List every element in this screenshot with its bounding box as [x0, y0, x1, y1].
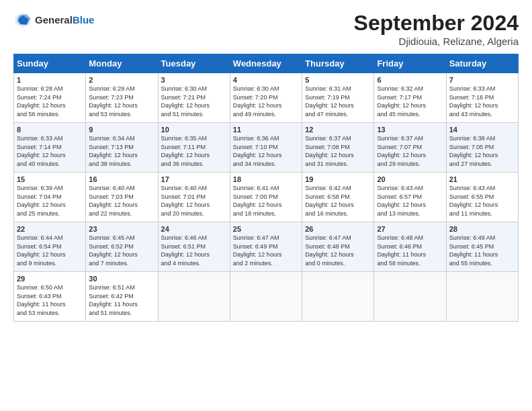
day-info: Sunrise: 6:35 AM Sunset: 7:11 PM Dayligh… [161, 134, 227, 168]
calendar-cell: 21Sunrise: 6:43 AM Sunset: 6:55 PM Dayli… [446, 173, 518, 222]
day-info: Sunrise: 6:38 AM Sunset: 7:05 PM Dayligh… [449, 134, 515, 168]
day-info: Sunrise: 6:47 AM Sunset: 6:49 PM Dayligh… [233, 234, 299, 267]
day-number: 7 [449, 76, 515, 84]
day-info: Sunrise: 6:37 AM Sunset: 7:08 PM Dayligh… [305, 134, 371, 168]
day-info: Sunrise: 6:33 AM Sunset: 7:14 PM Dayligh… [17, 134, 83, 168]
title-area: September 2024 Djidiouia, Relizane, Alge… [354, 11, 519, 47]
day-info: Sunrise: 6:44 AM Sunset: 6:54 PM Dayligh… [17, 234, 83, 267]
logo-text: GeneralBlue [35, 14, 94, 26]
day-number: 25 [233, 225, 299, 233]
day-header-thursday: Thursday [302, 54, 374, 73]
calendar-table: SundayMondayTuesdayWednesdayThursdayFrid… [13, 54, 519, 322]
day-number: 24 [161, 225, 227, 233]
calendar-week-5: 29Sunrise: 6:50 AM Sunset: 6:43 PM Dayli… [14, 272, 519, 322]
calendar-cell [374, 272, 446, 322]
day-number: 1 [17, 76, 83, 84]
day-info: Sunrise: 6:51 AM Sunset: 6:42 PM Dayligh… [89, 283, 154, 317]
day-info: Sunrise: 6:32 AM Sunset: 7:17 PM Dayligh… [377, 85, 443, 118]
calendar-cell: 19Sunrise: 6:42 AM Sunset: 6:58 PM Dayli… [302, 173, 374, 222]
calendar-cell: 23Sunrise: 6:45 AM Sunset: 6:52 PM Dayli… [86, 222, 158, 272]
day-header-tuesday: Tuesday [158, 54, 230, 73]
calendar-cell: 12Sunrise: 6:37 AM Sunset: 7:08 PM Dayli… [302, 123, 374, 173]
calendar-week-3: 15Sunrise: 6:39 AM Sunset: 7:04 PM Dayli… [14, 173, 519, 222]
calendar-cell: 6Sunrise: 6:32 AM Sunset: 7:17 PM Daylig… [374, 73, 446, 123]
calendar-cell: 14Sunrise: 6:38 AM Sunset: 7:05 PM Dayli… [446, 123, 518, 173]
day-number: 6 [377, 76, 443, 84]
day-number: 27 [377, 225, 443, 233]
calendar-cell: 3Sunrise: 6:30 AM Sunset: 7:21 PM Daylig… [158, 73, 230, 123]
calendar-cell [230, 272, 302, 322]
day-number: 29 [17, 275, 83, 283]
day-info: Sunrise: 6:30 AM Sunset: 7:20 PM Dayligh… [233, 85, 299, 118]
calendar-cell: 7Sunrise: 6:33 AM Sunset: 7:16 PM Daylig… [446, 73, 518, 123]
calendar-week-2: 8Sunrise: 6:33 AM Sunset: 7:14 PM Daylig… [14, 123, 519, 173]
calendar-cell [158, 272, 230, 322]
day-number: 18 [233, 175, 299, 183]
day-header-saturday: Saturday [446, 54, 518, 73]
day-header-sunday: Sunday [14, 54, 86, 73]
calendar-cell: 11Sunrise: 6:36 AM Sunset: 7:10 PM Dayli… [230, 123, 302, 173]
day-number: 16 [89, 175, 154, 183]
day-info: Sunrise: 6:39 AM Sunset: 7:04 PM Dayligh… [17, 184, 83, 218]
day-info: Sunrise: 6:46 AM Sunset: 6:51 PM Dayligh… [161, 234, 227, 267]
day-number: 20 [377, 175, 443, 183]
calendar-cell: 15Sunrise: 6:39 AM Sunset: 7:04 PM Dayli… [14, 173, 86, 222]
calendar-week-1: 1Sunrise: 6:28 AM Sunset: 7:24 PM Daylig… [14, 73, 519, 123]
calendar-cell: 27Sunrise: 6:48 AM Sunset: 6:46 PM Dayli… [374, 222, 446, 272]
calendar-cell: 5Sunrise: 6:31 AM Sunset: 7:19 PM Daylig… [302, 73, 374, 123]
calendar-header-row: SundayMondayTuesdayWednesdayThursdayFrid… [14, 54, 519, 73]
day-info: Sunrise: 6:48 AM Sunset: 6:46 PM Dayligh… [377, 234, 443, 267]
calendar-cell: 4Sunrise: 6:30 AM Sunset: 7:20 PM Daylig… [230, 73, 302, 123]
day-info: Sunrise: 6:40 AM Sunset: 7:03 PM Dayligh… [89, 184, 154, 218]
day-number: 8 [17, 126, 83, 134]
day-number: 17 [161, 175, 227, 183]
day-info: Sunrise: 6:42 AM Sunset: 6:58 PM Dayligh… [305, 184, 371, 218]
day-info: Sunrise: 6:28 AM Sunset: 7:24 PM Dayligh… [17, 85, 83, 118]
calendar-body: 1Sunrise: 6:28 AM Sunset: 7:24 PM Daylig… [14, 73, 519, 322]
day-number: 19 [305, 175, 371, 183]
day-number: 11 [233, 126, 299, 134]
day-number: 28 [449, 225, 515, 233]
day-number: 13 [377, 126, 443, 134]
calendar-cell: 18Sunrise: 6:41 AM Sunset: 7:00 PM Dayli… [230, 173, 302, 222]
logo-icon [13, 11, 32, 30]
calendar-cell: 20Sunrise: 6:43 AM Sunset: 6:57 PM Dayli… [374, 173, 446, 222]
day-info: Sunrise: 6:33 AM Sunset: 7:16 PM Dayligh… [449, 85, 515, 118]
day-info: Sunrise: 6:29 AM Sunset: 7:23 PM Dayligh… [89, 85, 154, 118]
day-info: Sunrise: 6:37 AM Sunset: 7:07 PM Dayligh… [377, 134, 443, 168]
calendar-cell: 8Sunrise: 6:33 AM Sunset: 7:14 PM Daylig… [14, 123, 86, 173]
day-info: Sunrise: 6:43 AM Sunset: 6:55 PM Dayligh… [449, 184, 515, 218]
calendar-cell: 2Sunrise: 6:29 AM Sunset: 7:23 PM Daylig… [86, 73, 158, 123]
calendar-cell: 28Sunrise: 6:49 AM Sunset: 6:45 PM Dayli… [446, 222, 518, 272]
calendar-cell: 26Sunrise: 6:47 AM Sunset: 6:48 PM Dayli… [302, 222, 374, 272]
day-header-wednesday: Wednesday [230, 54, 302, 73]
day-info: Sunrise: 6:45 AM Sunset: 6:52 PM Dayligh… [89, 234, 154, 267]
day-info: Sunrise: 6:43 AM Sunset: 6:57 PM Dayligh… [377, 184, 443, 218]
day-number: 14 [449, 126, 515, 134]
day-number: 2 [89, 76, 154, 84]
day-info: Sunrise: 6:49 AM Sunset: 6:45 PM Dayligh… [449, 234, 515, 267]
calendar-cell: 13Sunrise: 6:37 AM Sunset: 7:07 PM Dayli… [374, 123, 446, 173]
day-number: 26 [305, 225, 371, 233]
day-number: 22 [17, 225, 83, 233]
day-number: 5 [305, 76, 371, 84]
day-header-friday: Friday [374, 54, 446, 73]
calendar-cell: 30Sunrise: 6:51 AM Sunset: 6:42 PM Dayli… [86, 272, 158, 322]
calendar-cell: 25Sunrise: 6:47 AM Sunset: 6:49 PM Dayli… [230, 222, 302, 272]
header-area: GeneralBlue September 2024 Djidiouia, Re… [13, 11, 519, 47]
calendar-cell: 9Sunrise: 6:34 AM Sunset: 7:13 PM Daylig… [86, 123, 158, 173]
day-info: Sunrise: 6:31 AM Sunset: 7:19 PM Dayligh… [305, 85, 371, 118]
day-info: Sunrise: 6:30 AM Sunset: 7:21 PM Dayligh… [161, 85, 227, 118]
main-container: GeneralBlue September 2024 Djidiouia, Re… [0, 0, 532, 328]
calendar-cell: 10Sunrise: 6:35 AM Sunset: 7:11 PM Dayli… [158, 123, 230, 173]
day-number: 3 [161, 76, 227, 84]
day-info: Sunrise: 6:50 AM Sunset: 6:43 PM Dayligh… [17, 283, 83, 317]
day-info: Sunrise: 6:47 AM Sunset: 6:48 PM Dayligh… [305, 234, 371, 267]
day-info: Sunrise: 6:34 AM Sunset: 7:13 PM Dayligh… [89, 134, 154, 168]
calendar-cell: 24Sunrise: 6:46 AM Sunset: 6:51 PM Dayli… [158, 222, 230, 272]
subtitle: Djidiouia, Relizane, Algeria [354, 36, 519, 47]
day-info: Sunrise: 6:36 AM Sunset: 7:10 PM Dayligh… [233, 134, 299, 168]
calendar-cell: 16Sunrise: 6:40 AM Sunset: 7:03 PM Dayli… [86, 173, 158, 222]
calendar-cell: 22Sunrise: 6:44 AM Sunset: 6:54 PM Dayli… [14, 222, 86, 272]
day-number: 15 [17, 175, 83, 183]
